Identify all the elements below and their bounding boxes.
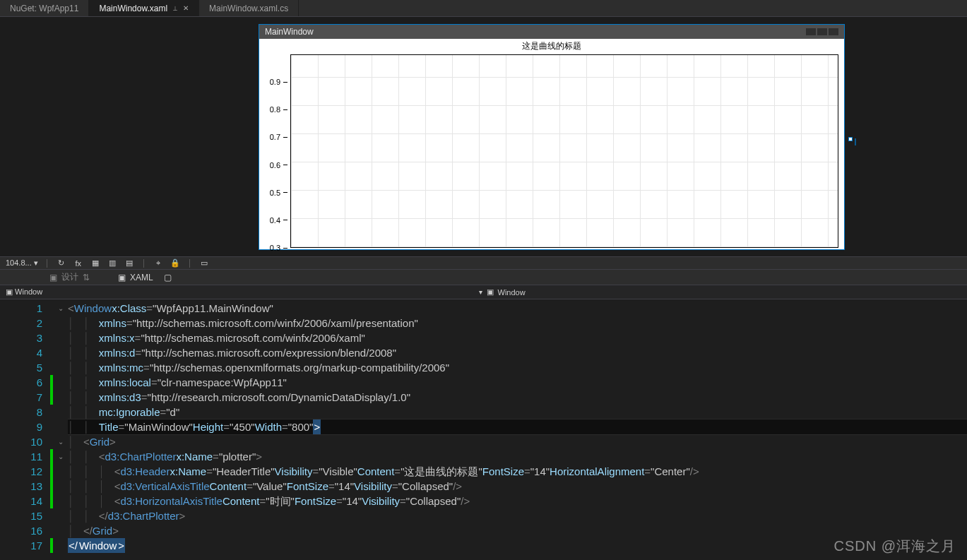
popout-icon[interactable]: ▢ [164, 273, 172, 282]
plot-grid [290, 54, 838, 248]
breadcrumb-left[interactable]: ▣ Window [6, 287, 42, 297]
breadcrumb-right[interactable]: ▾ ▣ Window [479, 287, 526, 297]
xaml-tab[interactable]: ▣ XAML ▢ [118, 273, 172, 282]
window-close-icon [829, 28, 838, 35]
tool-icon[interactable]: ▭ [198, 258, 210, 268]
refresh-icon[interactable]: ↻ [56, 258, 67, 268]
tab-mainwindow-xaml-cs[interactable]: MainWindow.xaml.cs [199, 0, 299, 16]
pin-icon[interactable]: ⟂ [173, 4, 177, 12]
grid1-icon[interactable]: ▦ [90, 258, 101, 268]
code-content[interactable]: <Window x:Class="WpfApp11.MainWindow"│ │… [68, 299, 967, 560]
designer-surface[interactable]: I MainWindow 这是曲线的标题 0.30.40.50.60.70.80… [0, 17, 967, 257]
tab-nuget[interactable]: NuGet: WpfApp11 [0, 0, 89, 16]
lock-icon[interactable]: 🔒 [170, 258, 181, 268]
window-max-icon [817, 28, 827, 35]
insertion-marker: I [854, 137, 857, 147]
grid3-icon[interactable]: ▤ [124, 258, 135, 268]
document-tabs: NuGet: WpfApp11 MainWindow.xaml⟂✕ MainWi… [0, 0, 967, 17]
code-editor[interactable]: 1234567891011121314151617 ⌄⌄⌄ <Window x:… [0, 299, 967, 560]
chart-title: 这是曲线的标题 [259, 39, 844, 54]
preview-titlebar: MainWindow [259, 25, 844, 39]
window-min-icon [806, 28, 816, 35]
fx-icon[interactable]: fx [73, 258, 84, 268]
chart-area: 这是曲线的标题 0.30.40.50.60.70.80.9 [259, 39, 844, 249]
designer-toolbar: 104.8... ▾ ↻ fx ▦ ▥ ▤ ⌖ 🔒 ▭ [0, 257, 967, 270]
breadcrumb: ▣ Window ▾ ▣ Window [0, 285, 967, 299]
view-switcher: ▣ 设计 ⇅ ▣ XAML ▢ [0, 270, 967, 285]
preview-window-title: MainWindow [265, 27, 314, 37]
fold-margin[interactable]: ⌄⌄⌄ [54, 299, 68, 560]
snap-icon[interactable]: ⌖ [153, 258, 164, 268]
close-icon[interactable]: ✕ [183, 4, 189, 12]
y-axis-ticks: 0.30.40.50.60.70.80.9 [266, 54, 287, 248]
line-number-gutter: 1234567891011121314151617 [0, 299, 49, 560]
zoom-combo[interactable]: 104.8... ▾ [6, 258, 38, 268]
preview-window[interactable]: I MainWindow 这是曲线的标题 0.30.40.50.60.70.80… [259, 24, 845, 250]
resize-handle[interactable] [848, 137, 853, 141]
design-tab[interactable]: ▣ 设计 ⇅ [49, 271, 90, 283]
swap-icon[interactable]: ⇅ [83, 273, 90, 282]
grid2-icon[interactable]: ▥ [107, 258, 118, 268]
tab-mainwindow-xaml[interactable]: MainWindow.xaml⟂✕ [89, 0, 199, 16]
